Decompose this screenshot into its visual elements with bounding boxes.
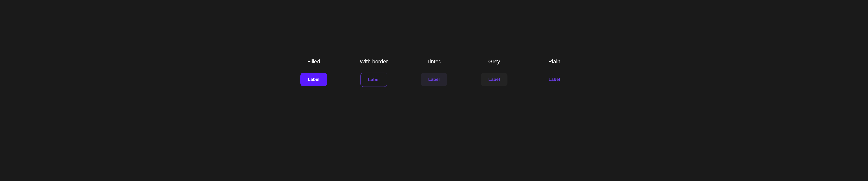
- variant-title-plain: Plain: [548, 59, 560, 65]
- variant-title-with-border: With border: [360, 59, 388, 65]
- button-filled[interactable]: Label: [300, 73, 327, 86]
- button-plain[interactable]: Label: [541, 73, 567, 86]
- variant-plain: Plain Label: [524, 59, 584, 86]
- variant-grey: Grey Label: [464, 59, 524, 86]
- button-filled-label: Label: [308, 77, 319, 82]
- button-grey-label: Label: [488, 77, 500, 82]
- variant-title-grey: Grey: [488, 59, 500, 65]
- button-grey[interactable]: Label: [481, 73, 507, 86]
- variant-title-filled: Filled: [307, 59, 320, 65]
- variant-title-tinted: Tinted: [427, 59, 442, 65]
- button-with-border-label: Label: [368, 77, 379, 82]
- button-with-border[interactable]: Label: [360, 73, 387, 87]
- variant-with-border: With border Label: [344, 59, 404, 87]
- button-tinted-label: Label: [428, 77, 440, 82]
- variant-filled: Filled Label: [284, 59, 344, 86]
- button-tinted[interactable]: Label: [421, 73, 447, 86]
- button-plain-label: Label: [549, 77, 560, 82]
- variant-tinted: Tinted Label: [404, 59, 464, 86]
- button-variants-row: Filled Label With border Label Tinted La…: [280, 59, 588, 123]
